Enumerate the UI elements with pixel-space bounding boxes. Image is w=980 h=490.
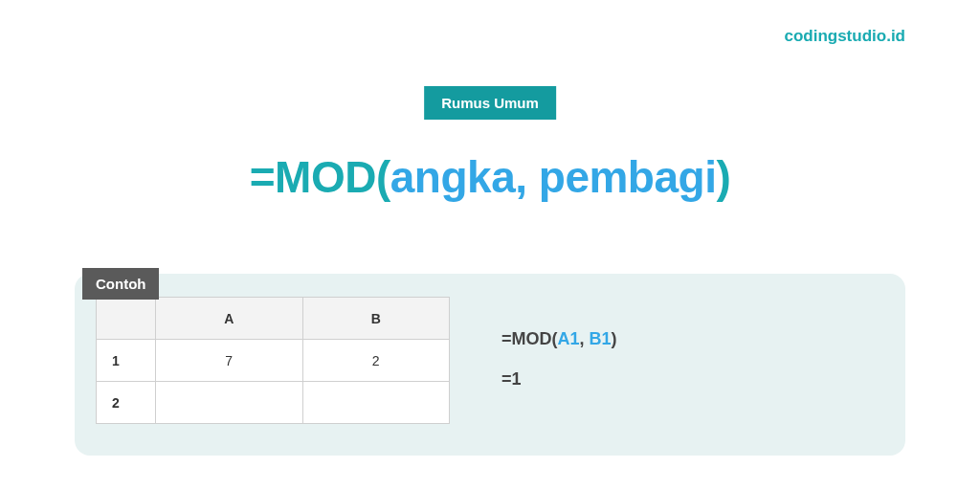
formula-comma: , — [515, 152, 539, 202]
example-container: Contoh A B 1 7 2 2 =MOD(A1, B1) =1 — [75, 274, 905, 456]
cell-a1: 7 — [156, 340, 303, 382]
section-badge: Rumus Umum — [424, 86, 556, 120]
table-row: 1 7 2 — [97, 340, 450, 382]
brand-text: codingstudio.id — [784, 27, 905, 46]
cell-a2 — [156, 382, 303, 424]
formula-function-name: MOD — [275, 152, 376, 202]
table-corner — [97, 298, 156, 340]
example-formula-ref2: B1 — [590, 329, 612, 348]
spreadsheet-table: A B 1 7 2 2 — [96, 297, 450, 424]
cell-b1: 2 — [302, 340, 450, 382]
formula-close-paren: ) — [716, 152, 730, 202]
cell-b2 — [302, 382, 450, 424]
example-result: =1 — [501, 369, 522, 390]
example-formula-prefix: =MOD( — [501, 329, 558, 348]
table-row: 2 — [97, 382, 450, 424]
col-header-b: B — [302, 298, 450, 340]
formula-equals: = — [250, 152, 275, 202]
col-header-a: A — [156, 298, 303, 340]
formula-general: =MOD(angka, pembagi) — [0, 151, 980, 203]
formula-arg2: pembagi — [539, 152, 717, 202]
formula-arg1: angka — [390, 152, 515, 202]
example-formula-sep: , — [580, 329, 590, 348]
example-label: Contoh — [82, 268, 159, 300]
row-header-2: 2 — [97, 382, 156, 424]
formula-open-paren: ( — [376, 152, 390, 202]
example-formula-suffix: ) — [612, 329, 617, 348]
example-formula-ref1: A1 — [558, 329, 580, 348]
row-header-1: 1 — [97, 340, 156, 382]
example-formula: =MOD(A1, B1) — [501, 329, 617, 349]
